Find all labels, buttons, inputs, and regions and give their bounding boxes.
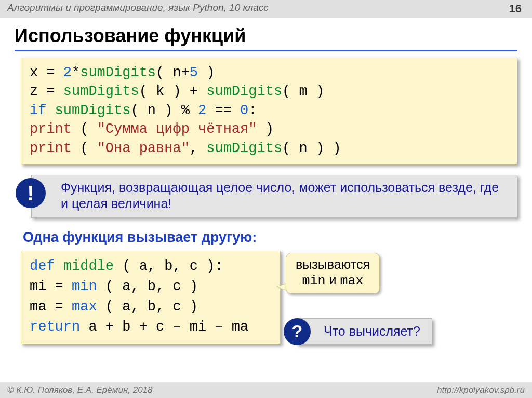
code-block-1: x = 2*sumDigits( n+5 ) z = sumDigits( k … (21, 58, 517, 164)
code-line: z = sumDigits( k ) + sumDigits( m ) (30, 82, 509, 101)
question-block: ? Что вычисляет? (296, 318, 432, 345)
code-line: x = 2*sumDigits( n+5 ) (30, 63, 509, 82)
footer-bar: © К.Ю. Поляков, Е.А. Ерёмин, 2018 http:/… (0, 382, 532, 398)
copyright: © К.Ю. Поляков, Е.А. Ерёмин, 2018 (7, 385, 153, 395)
note-block: ! Функция, возвращающая целое число, мож… (31, 175, 517, 218)
code-line: if sumDigits( n ) % 2 == 0: (30, 101, 509, 120)
subheading: Одна функция вызывает другую: (0, 227, 532, 251)
callout-line1: вызываются (296, 256, 370, 272)
callout-line2: min и max (296, 272, 370, 289)
row-2: def middle ( a, b, c ): mi = min ( a, b,… (0, 251, 532, 345)
question-icon: ? (284, 318, 311, 345)
code-line: ma = max ( a, b, c ) (30, 297, 272, 317)
code-block-2: def middle ( a, b, c ): mi = min ( a, b,… (21, 251, 281, 345)
question-text: Что вычисляет? (296, 318, 432, 345)
page-number: 16 (509, 2, 525, 16)
code-line: print ( "Сумма цифр чётная" ) (30, 120, 509, 139)
code-line: def middle ( a, b, c ): (30, 256, 272, 277)
code-line: print ( "Она равна", sumDigits( n ) ) (30, 139, 509, 158)
code-line: return a + b + c – mi – ma (30, 317, 272, 337)
note-text: Функция, возвращающая целое число, может… (31, 175, 517, 218)
title-rule (15, 50, 517, 51)
exclamation-icon: ! (16, 178, 46, 208)
callout-box: вызываются min и max (286, 253, 380, 294)
header-bar: Алгоритмы и программирование, язык Pytho… (0, 0, 532, 18)
code-line: mi = min ( a, b, c ) (30, 277, 272, 297)
course-title: Алгоритмы и программирование, язык Pytho… (7, 2, 269, 16)
page-title: Использование функций (0, 18, 532, 50)
footer-url: http://kpolyakov.spb.ru (437, 385, 525, 395)
